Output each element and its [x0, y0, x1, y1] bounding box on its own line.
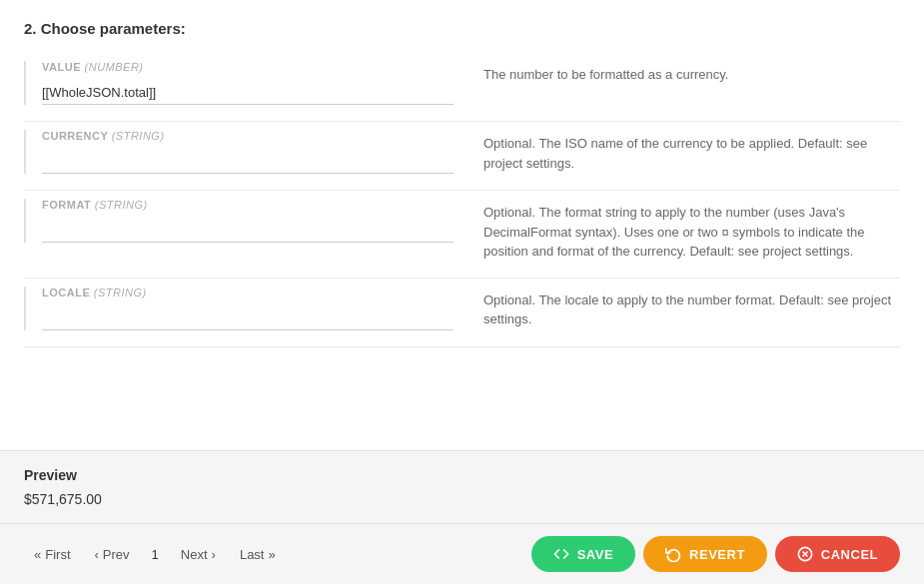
params-container: VALUE (NUMBER) The number to be formatte… [24, 61, 900, 347]
first-label: First [45, 547, 70, 562]
prev-label: Prev [103, 547, 130, 562]
param-description-1: Optional. The ISO name of the currency t… [483, 130, 900, 173]
param-description-3: Optional. The locale to apply to the num… [483, 287, 900, 329]
param-label-0: VALUE (NUMBER) [42, 61, 454, 73]
footer: First Prev 1 Next Last SAVE [0, 523, 924, 584]
param-input-1[interactable] [42, 150, 454, 174]
param-row: VALUE (NUMBER) The number to be formatte… [24, 61, 900, 122]
param-description-0: The number to be formatted as a currency… [483, 61, 900, 85]
save-button[interactable]: SAVE [531, 536, 635, 572]
preview-section: Preview $571,675.00 [0, 450, 924, 523]
param-description-2: Optional. The format string to apply to … [483, 199, 900, 262]
param-label-3: LOCALE (STRING) [42, 287, 454, 298]
param-type-2: (STRING) [95, 199, 148, 211]
pagination: First Prev 1 Next Last [24, 541, 286, 568]
next-button[interactable]: Next [171, 541, 226, 568]
param-row: LOCALE (STRING) Optional. The locale to … [24, 287, 900, 347]
param-left-2: FORMAT (STRING) [24, 199, 483, 243]
revert-icon [665, 546, 681, 562]
cancel-label: CANCEL [821, 547, 878, 562]
prev-button[interactable]: Prev [85, 541, 140, 568]
preview-value: $571,675.00 [24, 491, 900, 507]
param-type-1: (STRING) [112, 130, 165, 142]
chevron-right-icon [212, 547, 216, 562]
param-type-0: (NUMBER) [85, 61, 144, 73]
chevron-left-icon [95, 547, 99, 562]
last-button[interactable]: Last [230, 541, 286, 568]
param-input-3[interactable] [42, 306, 454, 330]
revert-button[interactable]: REVERT [643, 536, 767, 572]
param-input-0[interactable] [42, 81, 454, 105]
main-content: 2. Choose parameters: VALUE (NUMBER) The… [0, 0, 924, 450]
param-row: CURRENCY (STRING) Optional. The ISO name… [24, 130, 900, 191]
cancel-button[interactable]: CANCEL [775, 536, 900, 572]
double-right-icon [268, 547, 275, 562]
param-left-0: VALUE (NUMBER) [24, 61, 483, 105]
double-left-icon [34, 547, 41, 562]
next-label: Next [181, 547, 208, 562]
param-input-2[interactable] [42, 219, 454, 243]
revert-label: REVERT [689, 547, 745, 562]
param-left-1: CURRENCY (STRING) [24, 130, 483, 174]
save-label: SAVE [577, 547, 613, 562]
last-label: Last [240, 547, 265, 562]
cancel-icon [797, 546, 813, 562]
current-page: 1 [144, 541, 167, 568]
param-label-1: CURRENCY (STRING) [42, 130, 454, 142]
preview-title: Preview [24, 467, 900, 483]
param-left-3: LOCALE (STRING) [24, 287, 483, 330]
save-icon [553, 546, 569, 562]
param-row: FORMAT (STRING) Optional. The format str… [24, 199, 900, 279]
param-label-2: FORMAT (STRING) [42, 199, 454, 211]
action-buttons: SAVE REVERT CANCEL [531, 536, 900, 572]
first-button[interactable]: First [24, 541, 81, 568]
param-type-3: (STRING) [94, 287, 147, 298]
section-title: 2. Choose parameters: [24, 20, 900, 37]
